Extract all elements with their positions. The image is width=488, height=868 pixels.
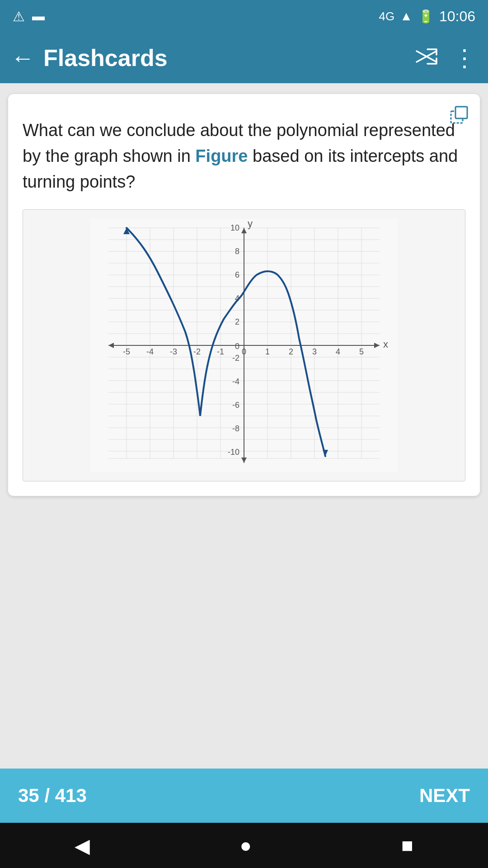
svg-text:-5: -5 xyxy=(123,347,130,356)
svg-text:2: 2 xyxy=(289,347,293,356)
app-bar-actions: ⋮ xyxy=(415,44,477,71)
svg-text:-2: -2 xyxy=(193,347,201,356)
svg-text:5: 5 xyxy=(359,347,364,356)
svg-text:0: 0 xyxy=(242,347,246,356)
graph-container: x y -5 -4 -3 -2 -1 0 1 2 3 4 5 xyxy=(23,209,465,481)
svg-text:-2: -2 xyxy=(232,354,239,363)
main-content: What can we conclude about the polynomia… xyxy=(0,83,488,769)
nav-back-button[interactable]: ◀ xyxy=(75,834,90,857)
page-title: Flashcards xyxy=(43,44,168,71)
svg-text:1: 1 xyxy=(265,347,270,356)
battery-icon: 🔋 xyxy=(418,9,434,24)
sim-icon: ▬ xyxy=(32,9,45,24)
svg-rect-3 xyxy=(455,107,467,118)
bottom-bar: 35 / 413 NEXT xyxy=(0,769,488,823)
time-label: 10:06 xyxy=(439,8,475,25)
next-button[interactable]: NEXT xyxy=(419,785,470,807)
flashcard: What can we conclude about the polynomia… xyxy=(8,94,480,496)
back-button[interactable]: ← xyxy=(11,44,34,71)
svg-text:-6: -6 xyxy=(232,401,239,410)
svg-text:y: y xyxy=(248,219,253,229)
svg-text:10: 10 xyxy=(230,223,239,232)
app-bar-left: ← Flashcards xyxy=(11,44,168,71)
app-bar: ← Flashcards ⋮ xyxy=(0,33,488,83)
svg-text:0: 0 xyxy=(235,342,239,351)
nav-recent-button[interactable]: ■ xyxy=(401,834,413,857)
warning-icon: ⚠ xyxy=(13,9,25,24)
signal-label: 4G xyxy=(379,9,395,24)
svg-text:2: 2 xyxy=(235,317,239,326)
svg-text:-4: -4 xyxy=(146,347,154,356)
status-bar-left: ⚠ ▬ xyxy=(13,9,45,24)
svg-text:-1: -1 xyxy=(217,347,224,356)
svg-text:-3: -3 xyxy=(170,347,177,356)
svg-text:x: x xyxy=(383,339,388,350)
card-counter: 35 / 413 xyxy=(18,785,87,807)
more-menu-button[interactable]: ⋮ xyxy=(453,44,477,71)
svg-text:8: 8 xyxy=(235,247,239,256)
svg-text:-4: -4 xyxy=(232,377,239,386)
svg-text:3: 3 xyxy=(312,347,317,356)
svg-text:-8: -8 xyxy=(232,424,239,433)
shuffle-button[interactable] xyxy=(415,46,438,71)
nav-bar: ◀ ● ■ xyxy=(0,823,488,868)
flashcard-question: What can we conclude about the polynomia… xyxy=(23,118,465,195)
svg-text:4: 4 xyxy=(336,347,340,356)
svg-text:6: 6 xyxy=(235,270,239,279)
status-bar: ⚠ ▬ 4G ▲ 🔋 10:06 xyxy=(0,0,488,33)
svg-text:-10: -10 xyxy=(228,448,239,457)
card-copy-icon[interactable] xyxy=(449,105,469,129)
nav-home-button[interactable]: ● xyxy=(239,834,252,857)
status-bar-right: 4G ▲ 🔋 10:06 xyxy=(379,8,475,25)
figure-link[interactable]: Figure xyxy=(195,146,248,165)
signal-bars-icon: ▲ xyxy=(400,9,413,24)
